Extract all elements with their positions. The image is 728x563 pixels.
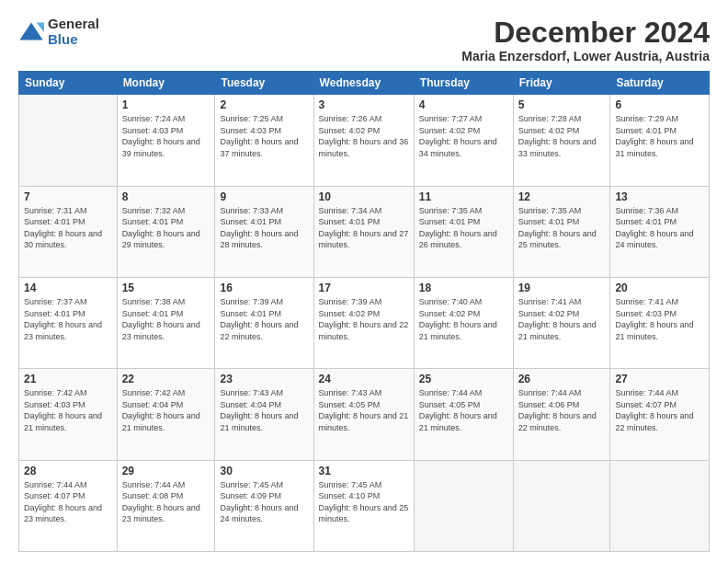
day-info: Sunrise: 7:35 AMSunset: 4:01 PMDaylight:…	[419, 206, 497, 250]
day-cell-13: 13 Sunrise: 7:36 AMSunset: 4:01 PMDaylig…	[610, 186, 710, 277]
col-header-monday: Monday	[117, 72, 215, 95]
day-number: 11	[419, 190, 508, 203]
day-number: 18	[419, 282, 508, 294]
day-cell-20: 20 Sunrise: 7:41 AMSunset: 4:03 PMDaylig…	[610, 277, 710, 368]
day-number: 20	[615, 282, 704, 294]
day-info: Sunrise: 7:38 AMSunset: 4:01 PMDaylight:…	[122, 297, 200, 341]
day-number: 12	[518, 190, 606, 203]
day-info: Sunrise: 7:42 AMSunset: 4:04 PMDaylight:…	[122, 388, 200, 432]
day-info: Sunrise: 7:35 AMSunset: 4:01 PMDaylight:…	[518, 206, 597, 250]
day-cell-11: 11 Sunrise: 7:35 AMSunset: 4:01 PMDaylig…	[414, 186, 513, 277]
col-header-tuesday: Tuesday	[215, 72, 313, 95]
day-number: 27	[615, 373, 704, 385]
day-info: Sunrise: 7:39 AMSunset: 4:01 PMDaylight:…	[220, 297, 298, 341]
col-header-thursday: Thursday	[414, 72, 513, 95]
day-cell-28: 28 Sunrise: 7:44 AMSunset: 4:07 PMDaylig…	[19, 460, 118, 551]
logo-general: General	[48, 17, 99, 32]
day-cell-19: 19 Sunrise: 7:41 AMSunset: 4:02 PMDaylig…	[513, 277, 610, 368]
title-section: December 2024 Maria Enzersdorf, Lower Au…	[461, 17, 710, 63]
day-number: 13	[615, 190, 704, 203]
day-cell-12: 12 Sunrise: 7:35 AMSunset: 4:01 PMDaylig…	[513, 186, 610, 277]
day-info: Sunrise: 7:28 AMSunset: 4:02 PMDaylight:…	[518, 114, 597, 158]
day-number: 4	[419, 98, 508, 111]
day-info: Sunrise: 7:44 AMSunset: 4:05 PMDaylight:…	[419, 388, 497, 432]
day-info: Sunrise: 7:45 AMSunset: 4:10 PMDaylight:…	[319, 480, 409, 524]
day-info: Sunrise: 7:39 AMSunset: 4:02 PMDaylight:…	[319, 297, 409, 341]
day-info: Sunrise: 7:44 AMSunset: 4:07 PMDaylight:…	[615, 388, 693, 432]
page: General Blue December 2024 Maria Enzersd…	[0, 0, 728, 563]
day-number: 26	[518, 373, 606, 385]
day-info: Sunrise: 7:36 AMSunset: 4:01 PMDaylight:…	[615, 206, 693, 250]
col-header-saturday: Saturday	[610, 72, 710, 95]
header: General Blue December 2024 Maria Enzersd…	[18, 17, 710, 63]
day-cell-14: 14 Sunrise: 7:37 AMSunset: 4:01 PMDaylig…	[19, 277, 118, 368]
day-info: Sunrise: 7:34 AMSunset: 4:01 PMDaylight:…	[319, 206, 409, 250]
day-info: Sunrise: 7:45 AMSunset: 4:09 PMDaylight:…	[220, 480, 298, 524]
day-cell-9: 9 Sunrise: 7:33 AMSunset: 4:01 PMDayligh…	[215, 186, 313, 277]
day-cell-31: 31 Sunrise: 7:45 AMSunset: 4:10 PMDaylig…	[313, 460, 414, 551]
col-header-friday: Friday	[513, 72, 610, 95]
day-info: Sunrise: 7:44 AMSunset: 4:08 PMDaylight:…	[122, 480, 200, 524]
day-info: Sunrise: 7:26 AMSunset: 4:02 PMDaylight:…	[319, 114, 409, 158]
day-info: Sunrise: 7:37 AMSunset: 4:01 PMDaylight:…	[24, 297, 102, 341]
day-info: Sunrise: 7:32 AMSunset: 4:01 PMDaylight:…	[122, 206, 200, 250]
day-cell-1: 1 Sunrise: 7:24 AMSunset: 4:03 PMDayligh…	[117, 95, 215, 186]
day-number: 9	[220, 190, 308, 203]
day-cell-16: 16 Sunrise: 7:39 AMSunset: 4:01 PMDaylig…	[215, 277, 313, 368]
day-info: Sunrise: 7:25 AMSunset: 4:03 PMDaylight:…	[220, 114, 298, 158]
day-cell-10: 10 Sunrise: 7:34 AMSunset: 4:01 PMDaylig…	[313, 186, 414, 277]
day-number: 29	[122, 465, 210, 477]
day-number: 1	[122, 98, 210, 111]
day-number: 30	[220, 465, 308, 477]
day-cell-25: 25 Sunrise: 7:44 AMSunset: 4:05 PMDaylig…	[414, 369, 513, 460]
day-cell-23: 23 Sunrise: 7:43 AMSunset: 4:04 PMDaylig…	[215, 369, 313, 460]
day-number: 17	[319, 282, 409, 294]
day-info: Sunrise: 7:40 AMSunset: 4:02 PMDaylight:…	[419, 297, 497, 341]
day-info: Sunrise: 7:41 AMSunset: 4:02 PMDaylight:…	[518, 297, 597, 341]
day-number: 19	[518, 282, 606, 294]
week-row-2: 7 Sunrise: 7:31 AMSunset: 4:01 PMDayligh…	[19, 186, 710, 277]
day-info: Sunrise: 7:43 AMSunset: 4:04 PMDaylight:…	[220, 388, 298, 432]
day-number: 24	[319, 373, 409, 385]
day-cell-3: 3 Sunrise: 7:26 AMSunset: 4:02 PMDayligh…	[313, 95, 414, 186]
month-title: December 2024	[461, 17, 710, 49]
logo-icon	[18, 19, 44, 45]
col-header-wednesday: Wednesday	[313, 72, 414, 95]
day-number: 16	[220, 282, 308, 294]
day-cell-24: 24 Sunrise: 7:43 AMSunset: 4:05 PMDaylig…	[313, 369, 414, 460]
day-number: 15	[122, 282, 210, 294]
day-cell-2: 2 Sunrise: 7:25 AMSunset: 4:03 PMDayligh…	[215, 95, 313, 186]
day-info: Sunrise: 7:24 AMSunset: 4:03 PMDaylight:…	[122, 114, 200, 158]
day-info: Sunrise: 7:44 AMSunset: 4:07 PMDaylight:…	[24, 480, 102, 524]
day-cell-7: 7 Sunrise: 7:31 AMSunset: 4:01 PMDayligh…	[19, 186, 118, 277]
col-header-sunday: Sunday	[19, 72, 118, 95]
day-number: 21	[24, 373, 112, 385]
week-row-4: 21 Sunrise: 7:42 AMSunset: 4:03 PMDaylig…	[19, 369, 710, 460]
day-info: Sunrise: 7:27 AMSunset: 4:02 PMDaylight:…	[419, 114, 497, 158]
day-number: 2	[220, 98, 308, 111]
calendar-table: SundayMondayTuesdayWednesdayThursdayFrid…	[18, 71, 710, 552]
day-cell-18: 18 Sunrise: 7:40 AMSunset: 4:02 PMDaylig…	[414, 277, 513, 368]
day-cell-15: 15 Sunrise: 7:38 AMSunset: 4:01 PMDaylig…	[117, 277, 215, 368]
day-cell-17: 17 Sunrise: 7:39 AMSunset: 4:02 PMDaylig…	[313, 277, 414, 368]
day-cell-5: 5 Sunrise: 7:28 AMSunset: 4:02 PMDayligh…	[513, 95, 610, 186]
day-number: 10	[319, 190, 409, 203]
day-number: 14	[24, 282, 112, 294]
day-number: 5	[518, 98, 606, 111]
day-info: Sunrise: 7:42 AMSunset: 4:03 PMDaylight:…	[24, 388, 102, 432]
logo-text: General Blue	[48, 17, 99, 47]
svg-marker-1	[37, 22, 44, 32]
empty-cell	[610, 460, 710, 551]
day-info: Sunrise: 7:31 AMSunset: 4:01 PMDaylight:…	[24, 206, 102, 250]
empty-cell	[414, 460, 513, 551]
day-number: 31	[319, 465, 409, 477]
day-info: Sunrise: 7:33 AMSunset: 4:01 PMDaylight:…	[220, 206, 298, 250]
day-number: 6	[615, 98, 704, 111]
day-number: 25	[419, 373, 508, 385]
location-title: Maria Enzersdorf, Lower Austria, Austria	[461, 49, 710, 63]
logo-blue: Blue	[48, 32, 99, 48]
day-cell-22: 22 Sunrise: 7:42 AMSunset: 4:04 PMDaylig…	[117, 369, 215, 460]
empty-cell	[19, 95, 118, 186]
logo: General Blue	[18, 17, 99, 47]
day-cell-21: 21 Sunrise: 7:42 AMSunset: 4:03 PMDaylig…	[19, 369, 118, 460]
